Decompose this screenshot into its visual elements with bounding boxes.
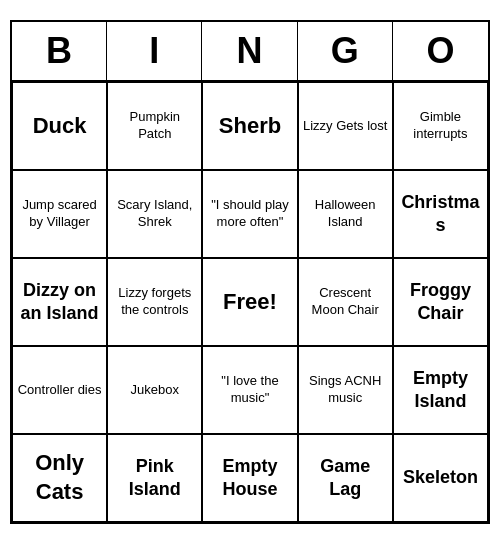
bingo-letter-n: N [202, 22, 297, 80]
bingo-cell-23: Game Lag [298, 434, 393, 522]
bingo-cell-16: Jukebox [107, 346, 202, 434]
bingo-letter-g: G [298, 22, 393, 80]
bingo-cell-13: Crescent Moon Chair [298, 258, 393, 346]
bingo-cell-14: Froggy Chair [393, 258, 488, 346]
bingo-cell-21: Pink Island [107, 434, 202, 522]
bingo-cell-11: Lizzy forgets the controls [107, 258, 202, 346]
bingo-cell-24: Skeleton [393, 434, 488, 522]
bingo-cell-9: Christmas [393, 170, 488, 258]
bingo-letter-i: I [107, 22, 202, 80]
bingo-card: BINGO DuckPumpkin PatchSherbLizzy Gets l… [10, 20, 490, 524]
bingo-cell-19: Empty Island [393, 346, 488, 434]
bingo-cell-6: Scary Island, Shrek [107, 170, 202, 258]
bingo-cell-22: Empty House [202, 434, 297, 522]
bingo-cell-8: Halloween Island [298, 170, 393, 258]
bingo-grid: DuckPumpkin PatchSherbLizzy Gets lostGim… [12, 82, 488, 522]
bingo-cell-15: Controller dies [12, 346, 107, 434]
bingo-cell-18: Sings ACNH music [298, 346, 393, 434]
bingo-header: BINGO [12, 22, 488, 82]
bingo-cell-5: Jump scared by Villager [12, 170, 107, 258]
bingo-cell-4: Gimble interrupts [393, 82, 488, 170]
bingo-cell-1: Pumpkin Patch [107, 82, 202, 170]
bingo-cell-2: Sherb [202, 82, 297, 170]
bingo-cell-3: Lizzy Gets lost [298, 82, 393, 170]
bingo-cell-10: Dizzy on an Island [12, 258, 107, 346]
bingo-letter-b: B [12, 22, 107, 80]
bingo-cell-12: Free! [202, 258, 297, 346]
bingo-letter-o: O [393, 22, 488, 80]
bingo-cell-7: "I should play more often" [202, 170, 297, 258]
bingo-cell-17: "I love the music" [202, 346, 297, 434]
bingo-cell-20: Only Cats [12, 434, 107, 522]
bingo-cell-0: Duck [12, 82, 107, 170]
